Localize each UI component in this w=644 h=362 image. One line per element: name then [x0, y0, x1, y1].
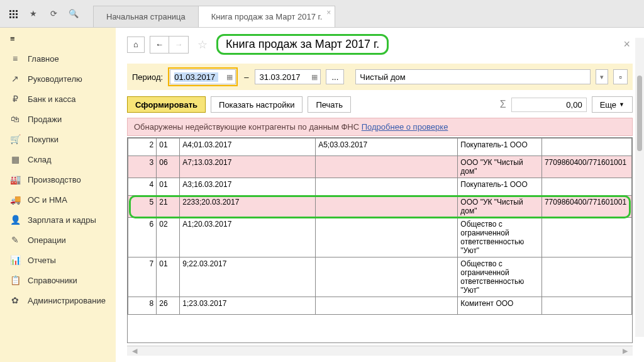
sidebar-icon: 🏭 — [10, 174, 20, 184]
tabs: Начальная страница Книга продаж за Март … — [87, 0, 335, 27]
cell-number: 8 — [128, 297, 157, 315]
close-icon[interactable]: × — [326, 8, 331, 17]
table-row[interactable]: 602A1;20.03.2017Общество с ограниченной … — [128, 218, 632, 257]
alert-text: Обнаружены недействующие контрагенты по … — [134, 122, 362, 132]
table-row[interactable]: 5212233;20.03.2017ООО "УК "Чистый дом"77… — [128, 196, 632, 218]
period-dash: – — [244, 72, 248, 82]
show-settings-button[interactable]: Показать настройки — [211, 96, 303, 113]
org-dropdown-button[interactable]: ▾ — [596, 69, 608, 84]
period-to-field[interactable]: ▦ — [255, 69, 321, 84]
page-title: Книга продаж за Март 2017 г. — [226, 38, 379, 50]
period-row: Период: ▦ – ▦ ... ▾ ▫ — [127, 64, 633, 90]
cell-doc2 — [316, 178, 458, 196]
cell-number: 4 — [128, 178, 157, 196]
cell-buyer: ООО "УК "Чистый дом" — [458, 156, 542, 178]
search-icon[interactable]: 🔍 — [68, 8, 79, 20]
generate-button[interactable]: Сформировать — [127, 96, 206, 113]
sidebar-item-label: Администрирование — [28, 296, 106, 305]
period-from-field[interactable]: ▦ — [170, 69, 236, 84]
org-open-button[interactable]: ▫ — [613, 69, 628, 84]
sidebar-item-4[interactable]: 🛒Покупки — [0, 129, 116, 149]
table-row[interactable]: 8261;23.03.2017Комитент ООО — [128, 297, 632, 315]
sidebar-item-label: Склад — [28, 155, 52, 164]
alert-link[interactable]: Подробнее о проверке — [362, 122, 448, 132]
org-input[interactable] — [360, 72, 586, 82]
sidebar-item-0[interactable]: ≡Главное — [0, 48, 116, 69]
cell-code: 02 — [157, 218, 180, 257]
sidebar-item-7[interactable]: 🚚ОС и НМА — [0, 189, 116, 210]
top-icon-group: ★ ⟳ 🔍 — [0, 0, 87, 27]
table-row[interactable]: 306A7;13.03.2017ООО "УК "Чистый дом"7709… — [128, 156, 632, 178]
tab-active[interactable]: Книга продаж за Март 2017 г. × — [198, 6, 335, 27]
cell-buyer: Покупатель-1 ООО — [458, 178, 542, 196]
cell-number: 7 — [128, 257, 157, 297]
cell-doc: 2233;20.03.2017 — [180, 196, 316, 218]
cell-buyer: ООО "УК "Чистый дом" — [458, 196, 542, 218]
horizontal-scrollbar[interactable]: ◀ ▶ — [127, 346, 633, 356]
table-row[interactable]: 401A3;16.03.2017Покупатель-1 ООО — [128, 178, 632, 196]
back-button[interactable]: ← — [150, 37, 169, 53]
sidebar-icon: 🛍 — [10, 114, 20, 124]
table-row[interactable]: 7019;22.03.2017Общество с ограниченной о… — [128, 257, 632, 297]
period-from-input[interactable] — [174, 72, 218, 82]
sidebar-item-2[interactable]: ₽Банк и касса — [0, 89, 116, 109]
cell-doc: A7;13.03.2017 — [180, 156, 316, 178]
cell-doc: 9;22.03.2017 — [180, 257, 316, 297]
favorite-icon[interactable]: ☆ — [197, 38, 208, 52]
period-to-input[interactable] — [259, 72, 303, 82]
sidebar-item-label: Главное — [28, 54, 59, 64]
sidebar-item-8[interactable]: 👤Зарплата и кадры — [0, 210, 116, 230]
close-page-button[interactable]: × — [621, 38, 633, 51]
sidebar-item-5[interactable]: ▦Склад — [0, 149, 116, 169]
tab-label: Начальная страница — [106, 12, 186, 21]
main-content: ⌂ ← → ☆ Книга продаж за Март 2017 г. × П… — [116, 28, 644, 362]
cell-buyer: Общество с ограниченной ответственностью… — [458, 257, 542, 297]
cell-doc2 — [316, 257, 458, 297]
chevron-down-icon: ▼ — [619, 101, 625, 108]
star-icon[interactable]: ★ — [28, 8, 39, 20]
sidebar-item-10[interactable]: 📊Отчеты — [0, 250, 116, 270]
sidebar-item-3[interactable]: 🛍Продажи — [0, 109, 116, 129]
tab-label: Книга продаж за Март 2017 г. — [211, 12, 322, 21]
cell-buyer: Комитент ООО — [458, 297, 542, 315]
cell-buyer: Покупатель-1 ООО — [458, 139, 542, 156]
apps-icon[interactable] — [8, 8, 19, 20]
history-icon[interactable]: ⟳ — [48, 8, 59, 20]
cell-code: 26 — [157, 297, 180, 315]
cell-doc2: A5;03.03.2017 — [316, 139, 458, 156]
print-button[interactable]: Печать — [308, 96, 351, 113]
more-button[interactable]: Еще ▼ — [592, 96, 633, 113]
cell-doc: 1;23.03.2017 — [180, 297, 316, 315]
sidebar-item-12[interactable]: ✿Администрирование — [0, 290, 116, 310]
alert-banner: Обнаружены недействующие контрагенты по … — [127, 118, 633, 136]
sidebar-item-6[interactable]: 🏭Производство — [0, 169, 116, 189]
sidebar-icon: 🚚 — [10, 195, 20, 205]
tab-home[interactable]: Начальная страница — [93, 6, 199, 27]
home-button[interactable]: ⌂ — [127, 37, 145, 53]
vertical-scrollbar[interactable] — [635, 38, 644, 337]
sidebar-icon: ₽ — [10, 94, 20, 104]
cell-doc2 — [316, 196, 458, 218]
table-wrap: 201A4;01.03.2017A5;03.03.2017Покупатель-… — [127, 137, 633, 343]
sidebar-item-label: Зарплата и кадры — [28, 215, 96, 225]
table-row[interactable]: 201A4;01.03.2017A5;03.03.2017Покупатель-… — [128, 139, 632, 156]
sidebar-icon: ↗ — [10, 74, 20, 84]
sidebar-item-1[interactable]: ↗Руководителю — [0, 69, 116, 89]
sidebar-icon: ▦ — [10, 154, 20, 164]
cell-code: 01 — [157, 257, 180, 297]
sidebar-item-9[interactable]: ✎Операции — [0, 230, 116, 250]
sidebar-item-11[interactable]: 📋Справочники — [0, 270, 116, 290]
cell-number: 2 — [128, 139, 157, 156]
cell-code: 06 — [157, 156, 180, 178]
org-select[interactable] — [355, 69, 591, 84]
calendar-icon[interactable]: ▦ — [311, 73, 318, 81]
cell-doc: A4;01.03.2017 — [180, 139, 316, 156]
period-select-button[interactable]: ... — [326, 69, 344, 84]
sidebar-item-label: Покупки — [28, 135, 58, 144]
cell-code: 01 — [157, 178, 180, 196]
calendar-icon[interactable]: ▦ — [226, 73, 233, 81]
forward-button[interactable]: → — [169, 37, 188, 53]
cell-doc2 — [316, 218, 458, 257]
cell-inn: 7709860400/771601001 — [541, 156, 631, 178]
menu-icon[interactable]: ≡ — [10, 34, 15, 43]
